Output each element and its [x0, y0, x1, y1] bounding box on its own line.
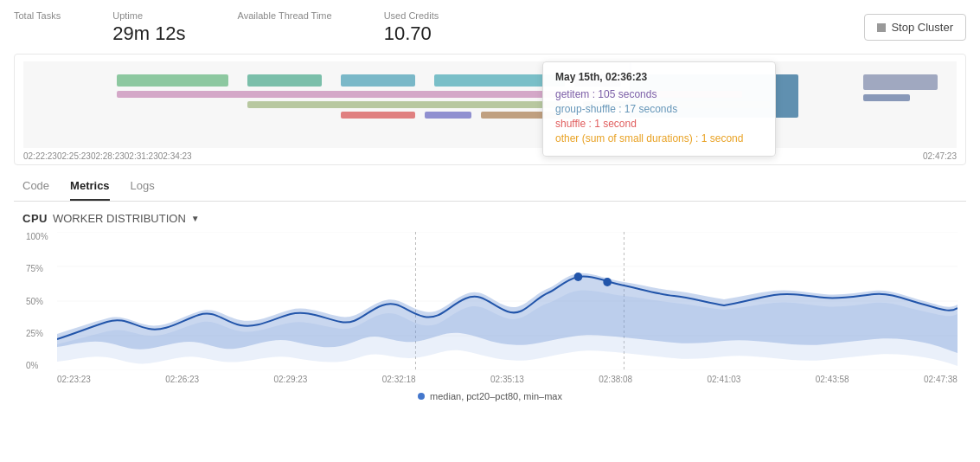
- time-label-1: 02:25:23: [57, 151, 91, 161]
- cpu-sublabel: WORKER DISTRIBUTION: [53, 212, 186, 225]
- y-label-100: 100%: [26, 232, 48, 241]
- x-label-4: 02:35:13: [490, 375, 524, 384]
- time-label-5: 02:47:23: [923, 151, 957, 161]
- main-container: Total Tasks Uptime 29m 12s Available Thr…: [0, 0, 980, 412]
- x-label-2: 02:29:23: [274, 375, 308, 384]
- gantt-time-axis: 02:22:23 02:25:23 02:28:23 02:31:23 02:3…: [15, 148, 965, 164]
- stop-cluster-button[interactable]: Stop Cluster: [864, 14, 966, 41]
- gantt-chart-area: ⤢ Zoom Out: [14, 54, 966, 165]
- time-label-3: 02:31:23: [125, 151, 158, 161]
- metrics-row: Total Tasks Uptime 29m 12s Available Thr…: [14, 10, 439, 45]
- tooltip-other: other (sum of small durations) : 1 secon…: [555, 132, 763, 144]
- x-label-0: 02:23:23: [57, 375, 91, 384]
- header-row: Total Tasks Uptime 29m 12s Available Thr…: [14, 10, 966, 45]
- cpu-label: CPU: [22, 212, 48, 225]
- gantt-tooltip: May 15th, 02:36:23 getitem : 105 seconds…: [542, 61, 776, 157]
- tabs-row: Code Metrics Logs: [14, 169, 966, 202]
- x-label-1: 02:26:23: [165, 375, 199, 384]
- cpu-chart-container: 100% 75% 50% 25% 0%: [22, 232, 958, 388]
- time-label-0: 02:22:23: [23, 151, 57, 161]
- x-axis-labels: 02:23:23 02:26:23 02:29:23 02:32:18 02:3…: [22, 373, 958, 384]
- metric-uptime: Uptime 29m 12s: [112, 10, 185, 45]
- time-label-4: 02:34:23: [158, 151, 192, 161]
- stop-cluster-icon: [877, 23, 886, 32]
- metric-total-tasks: Total Tasks: [14, 10, 61, 22]
- legend-label: median, pct20–pct80, min–max: [430, 391, 562, 401]
- y-label-75: 75%: [26, 264, 48, 273]
- metric-used-credits: Used Credits 10.70: [384, 10, 439, 45]
- x-label-6: 02:41:03: [708, 375, 741, 384]
- tab-code[interactable]: Code: [22, 176, 49, 201]
- stop-cluster-label: Stop Cluster: [891, 21, 953, 34]
- used-credits-label: Used Credits: [384, 10, 439, 21]
- worker-distribution-dropdown[interactable]: ▼: [191, 214, 200, 223]
- y-label-50: 50%: [26, 297, 48, 306]
- cpu-header: CPU WORKER DISTRIBUTION ▼: [22, 212, 958, 225]
- total-tasks-label: Total Tasks: [14, 10, 61, 21]
- x-label-8: 02:47:38: [924, 375, 958, 384]
- cpu-chart-svg: [57, 232, 958, 370]
- legend-dot: [418, 393, 425, 400]
- svg-point-8: [603, 278, 612, 286]
- tooltip-date: May 15th, 02:36:23: [555, 71, 763, 83]
- gantt-chart: [23, 61, 957, 148]
- y-label-25: 25%: [26, 329, 48, 338]
- x-label-5: 02:38:08: [599, 375, 632, 384]
- tab-metrics[interactable]: Metrics: [70, 176, 110, 201]
- uptime-label: Uptime: [112, 10, 185, 21]
- cpu-section: CPU WORKER DISTRIBUTION ▼ 100% 75% 50% 2…: [14, 212, 966, 401]
- uptime-value: 29m 12s: [112, 22, 185, 45]
- legend-row: median, pct20–pct80, min–max: [22, 391, 958, 401]
- available-thread-time-label: Available Thread Time: [238, 10, 332, 21]
- time-label-2: 02:28:23: [91, 151, 125, 161]
- y-axis-labels: 100% 75% 50% 25% 0%: [22, 232, 52, 370]
- tooltip-shuffle: shuffle : 1 second: [555, 118, 763, 130]
- x-label-7: 02:43:58: [816, 375, 849, 384]
- tooltip-getitem: getitem : 105 seconds: [555, 88, 763, 100]
- used-credits-value: 10.70: [384, 22, 439, 45]
- svg-point-7: [574, 273, 583, 281]
- metric-available-thread-time: Available Thread Time: [238, 10, 332, 22]
- tooltip-group-shuffle: group-shuffle : 17 seconds: [555, 103, 763, 115]
- y-label-0: 0%: [26, 361, 48, 370]
- x-label-3: 02:32:18: [382, 375, 416, 384]
- tab-logs[interactable]: Logs: [131, 176, 155, 201]
